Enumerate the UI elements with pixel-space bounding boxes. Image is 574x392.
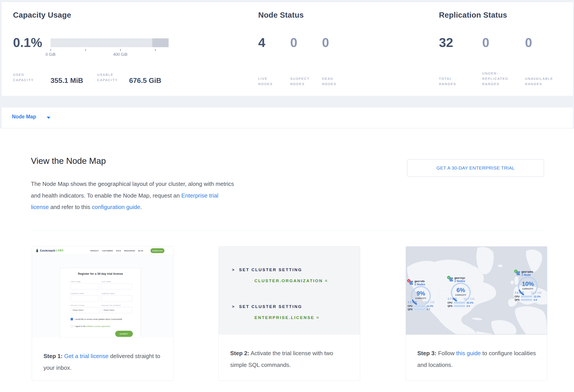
qps-label: QPS [408,308,414,311]
submit-button: SUBMIT [115,331,133,337]
this-guide-link[interactable]: this guide [456,350,481,356]
cpu-metric-row: CPU 12.3% [515,295,542,298]
map-marker-nyc: geo=nyc 2 Nodes 6% CAPACITY 3.7 GiB 65.7… [447,276,476,313]
cpu-value: 12.3% [533,295,540,298]
email-optin-row: I would like to receive email updates ab… [71,318,123,320]
capacity-percent: 0.1% [13,35,42,50]
dead-nodes-value: 0 [322,35,329,50]
cockroach-bug-icon [36,248,39,252]
form-field-label: LAST NAME [102,281,132,282]
step2-card: > SET CLUSTER SETTING CLUSTER.ORGANIZATI… [219,246,360,381]
form-title: Register for a 30-day trial license [60,272,141,275]
axis-tick-label: 400 GiB [105,52,136,57]
unavailable-ranges-value: 0 [525,35,532,50]
step1-prefix: Step 1: [43,353,63,359]
used-gib: 3.6 GiB [515,291,524,294]
capacity-bar-used-segment [152,38,169,47]
capacity-label: CAPACITY [410,297,431,299]
check-icon [514,270,517,273]
sql-statement-line: > SET CLUSTER SETTING [232,304,302,309]
axis-tick-label: 0 GiB [35,52,66,57]
node-map-screenshot: 1 geo=sfo 2 Nodes 9% CAPACITY 3.2 GiB 35… [406,246,547,335]
license-agreement-link: Software License Agreement. [86,325,111,327]
registration-screenshot: Cockroach LABS PRODUCT CUSTOMERS DOCS RE… [32,246,173,337]
suspect-nodes-value: 0 [290,35,297,50]
step3-card: 1 geo=sfo 2 Nodes 9% CAPACITY 3.2 GiB 35… [406,246,547,381]
form-input [102,295,132,301]
form-select: Please Select [71,307,99,313]
checkbox-empty-icon [71,325,73,327]
node-map-dropdown[interactable]: Node Map [12,114,36,120]
replication-status-title: Replication Status [439,11,507,19]
axis-tick [85,49,86,51]
capacity-label: CAPACITY [450,294,472,296]
step2-caption: Step 2: Activate the trial license with … [219,335,360,381]
step3-caption: Step 3: Follow this guide to configure l… [406,335,547,381]
form-field-label: REASON FOR INTEREST [102,305,132,306]
axis-tick [51,49,51,51]
used-capacity-label: USED CAPACITY [13,72,39,83]
locality-name: geo=nyc [454,277,465,280]
minisite-download-button: DOWNLOAD [150,248,164,253]
qps-value: 0.0 [533,299,537,301]
form-input [71,283,99,289]
sql-arg-line: ENTERPRISE.LICENSE = [254,315,320,320]
qps-label: QPS [448,305,454,307]
enterprise-trial-button[interactable]: GET A 30-DAY ENTERPRISE TRIAL [407,159,544,177]
axis-tick [120,49,121,51]
check-icon [447,276,451,279]
logo-text: Cockroach [40,249,55,252]
cpu-sparkline [521,296,532,298]
logo-suffix: LABS [56,249,63,252]
cpu-label: CPU [408,305,414,307]
form-input [71,295,99,301]
capacity-percent: 6% [450,287,472,294]
map-marker-sfo: 1 geo=sfo 2 Nodes 9% CAPACITY 3.2 GiB 35… [407,279,436,317]
node-map-description: The Node Map shows the geographical layo… [31,178,236,213]
capacity-usage-title: Capacity Usage [13,11,71,19]
step3-prefix: Step 3: [417,350,436,356]
qps-sparkline [454,305,465,307]
suspect-nodes-label: SUSPECT NODES [290,76,314,87]
capacity-bar [51,38,169,47]
cockroach-labs-logo: Cockroach LABS [36,248,63,252]
cpu-value: 42.5% [467,301,473,304]
trial-license-form: Register for a 30-day trial license FIRS… [60,268,141,337]
minisite-nav-item: PRODUCT [90,250,99,252]
sql-statement: SET CLUSTER SETTING [239,267,302,272]
under-replicated-ranges-value: 0 [482,35,489,50]
capacity-percent: 10% [517,281,538,287]
sql-arg-line: CLUSTER.ORGANIZATION = [254,279,328,283]
form-field-label: COMPANY NAME [71,293,99,294]
chevron-down-icon[interactable] [47,117,50,119]
configuration-guide-link[interactable]: configuration guide [92,204,140,210]
usable-capacity-label: USABLE CAPACITY [97,72,126,83]
step1-text [63,353,64,359]
step2-prefix: Step 2: [230,350,249,356]
cpu-metric-row: CPU 42.5% [448,301,475,304]
page-title: View the Node Map [31,156,106,166]
qps-label: QPS [515,299,521,301]
live-nodes-value: 4 [258,35,265,50]
cpu-label: CPU [515,295,521,298]
cpu-value: 11.0% [427,305,433,307]
node-status-title: Node Status [258,11,304,19]
get-trial-license-link[interactable]: Get a trial license [64,353,109,359]
minisite-header: Cockroach LABS PRODUCT CUSTOMERS DOCS RE… [32,246,173,255]
locality-name: geo=sfo [414,280,425,283]
step3-text: Follow [436,350,456,356]
used-gib: 3.7 GiB [448,298,457,300]
usable-capacity-value: 676.5 GiB [129,76,161,85]
cluster-overview-page: Capacity Usage 0.1% 0 GiB 400 GiB USED C… [0,0,574,392]
cpu-metric-row: CPU 11.0% [408,305,435,307]
minisite-nav-item: DOCS [116,250,121,252]
qps-metric-row: QPS 0.0 [448,305,475,307]
capacity-label: CAPACITY [517,288,538,290]
total-gib: 65.7 GiB [464,298,474,300]
under-replicated-ranges-label: UNDER-REPLICATED RANGES [482,71,517,87]
total-ranges-label: TOTAL RANGES [439,76,465,87]
form-input [102,283,132,289]
form-field-label: COMPANY EMAIL [102,293,132,294]
capacity-values: 3.2 GiB 35.1 GiB [408,301,434,304]
dead-nodes-label: DEAD NODES [322,76,344,87]
